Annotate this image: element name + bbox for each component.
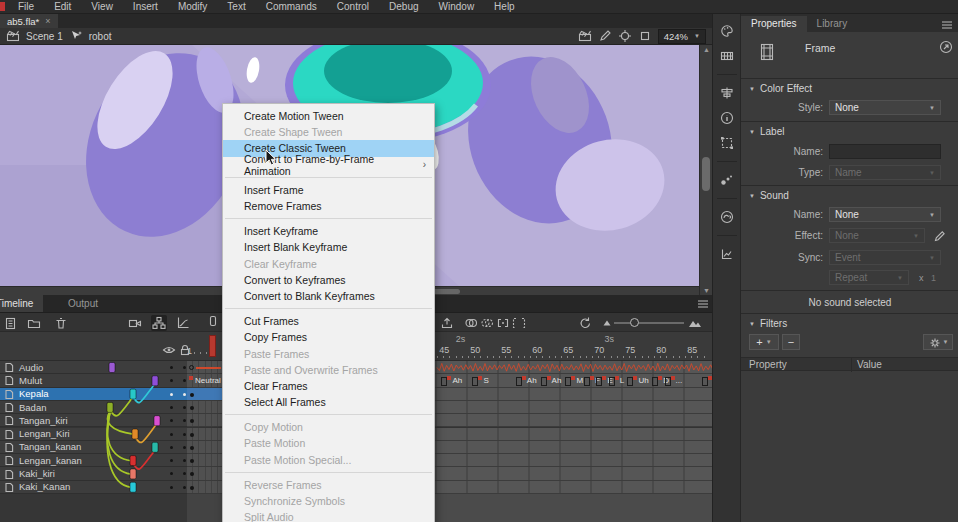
timeline-panel-menu-icon[interactable] [696, 297, 710, 311]
section-label[interactable]: ▼ Label [749, 126, 784, 137]
publish-icon[interactable] [440, 316, 454, 330]
outline-view-icon[interactable] [638, 29, 652, 43]
menu-item-select-all-frames[interactable]: Select All Frames [223, 394, 434, 410]
section-sound[interactable]: ▼ Sound [749, 190, 789, 201]
tab-output[interactable]: Output [58, 295, 108, 312]
menu-commands[interactable]: Commands [256, 0, 327, 14]
zoom-slider-knob[interactable] [630, 318, 639, 327]
add-filter-button[interactable]: +▼ [749, 334, 779, 350]
vertical-scrollbar[interactable]: ▲ ▼ [699, 45, 712, 295]
menu-text[interactable]: Text [217, 0, 255, 14]
layer-parent-marker-badan[interactable] [107, 402, 113, 412]
zoom-level-select[interactable]: 424% ▼ [658, 29, 706, 44]
layer-parent-marker-lengan-kiri[interactable] [132, 429, 138, 439]
layer-parent-marker-mulut[interactable] [152, 376, 158, 386]
creative-cloud-icon[interactable] [720, 210, 734, 224]
layer-parent-marker-tangan-kiri[interactable] [154, 416, 160, 426]
frame1-cell-lengan-kanan[interactable] [187, 454, 222, 467]
frame1-cell-tangan-kanan[interactable] [187, 441, 222, 454]
layer-parent-marker-lengan-kanan[interactable] [130, 456, 136, 466]
remove-filter-button[interactable]: − [782, 334, 800, 350]
menu-item-convert-to-blank-keyframes[interactable]: Convert to Blank Keyframes [223, 288, 434, 304]
menu-item-convert-to-keyframes[interactable]: Convert to Keyframes [223, 272, 434, 288]
onion-skin-icon[interactable] [464, 316, 478, 330]
layer-parent-marker-audio[interactable] [109, 363, 115, 373]
frame1-cell-kaki-kanan[interactable] [187, 481, 222, 494]
menu-file[interactable]: File [8, 0, 44, 14]
menu-control[interactable]: Control [327, 0, 379, 14]
menu-item-insert-frame[interactable]: Insert Frame [223, 182, 434, 198]
new-layer-icon[interactable] [3, 316, 17, 330]
document-tab[interactable]: ab5.fla* × [0, 14, 58, 28]
frame1-cell-kepala[interactable] [187, 388, 222, 401]
edit-symbols-icon[interactable] [598, 29, 612, 43]
breadcrumb-scene[interactable]: Scene 1 [26, 31, 63, 42]
menu-item-remove-frames[interactable]: Remove Frames [223, 198, 434, 214]
delete-icon[interactable] [54, 316, 68, 330]
menu-item-insert-keyframe[interactable]: Insert Keyframe [223, 223, 434, 239]
panel-grid-icon[interactable] [720, 49, 734, 63]
frame1-cell-audio[interactable] [187, 361, 222, 374]
align-icon[interactable] [720, 86, 734, 100]
menu-view[interactable]: View [81, 0, 123, 14]
tab-timeline[interactable]: Timeline [0, 295, 43, 312]
layer-parent-marker-tangan-kanan[interactable] [152, 442, 158, 452]
layer-parent-marker-kaki-kanan[interactable] [130, 482, 136, 492]
menu-insert[interactable]: Insert [123, 0, 168, 14]
menu-item-create-motion-tween[interactable]: Create Motion Tween [223, 108, 434, 124]
scroll-up-icon[interactable]: ▲ [703, 46, 710, 53]
frame1-cell-lengan-kiri[interactable] [187, 428, 222, 441]
tab-library[interactable]: Library [807, 16, 858, 32]
onion-outline-icon[interactable] [480, 316, 494, 330]
edit-multiple-frames-icon[interactable] [496, 316, 510, 330]
playhead[interactable] [209, 335, 216, 357]
palette-icon[interactable] [720, 24, 734, 38]
menu-help[interactable]: Help [484, 0, 525, 14]
scroll-down-icon[interactable]: ▼ [703, 287, 710, 294]
menu-item-cut-frames[interactable]: Cut Frames [223, 313, 434, 329]
filter-options-button[interactable]: ▼ [923, 334, 953, 350]
vscroll-thumb[interactable] [702, 157, 710, 191]
pencil-icon[interactable] [933, 229, 946, 242]
camera-icon[interactable] [128, 316, 142, 330]
particles-icon[interactable] [720, 173, 734, 187]
center-stage-icon[interactable] [618, 29, 632, 43]
edit-scene-icon[interactable] [578, 29, 592, 43]
section-filters[interactable]: ▼ Filters [749, 318, 787, 329]
transform-icon[interactable] [720, 136, 734, 150]
menu-item-convert-to-frame-by-frame-animation[interactable]: Convert to Frame-by-Frame Animation› [223, 157, 434, 173]
tab-properties[interactable]: Properties [741, 16, 807, 32]
timeline-zoom-slider[interactable] [614, 322, 684, 324]
section-color-effect[interactable]: ▼ Color Effect [749, 83, 812, 94]
graph-icon[interactable] [176, 316, 190, 330]
frame1-cell-tangan-kiri[interactable] [187, 414, 222, 427]
zoom-in-icon[interactable] [688, 316, 702, 330]
frame1-cell-kaki-kiri[interactable] [187, 467, 222, 480]
label-name-input[interactable] [829, 144, 941, 159]
chart-icon[interactable] [720, 247, 734, 261]
menu-item-clear-frames[interactable]: Clear Frames [223, 378, 434, 394]
breadcrumb-symbol[interactable]: robot [89, 31, 112, 42]
center-frame-icon[interactable] [600, 316, 614, 330]
parenting-view-icon[interactable] [151, 315, 167, 331]
menu-item-copy-frames[interactable]: Copy Frames [223, 329, 434, 345]
menu-edit[interactable]: Edit [44, 0, 81, 14]
frame1-cell-badan[interactable] [187, 401, 222, 414]
info-icon[interactable] [720, 111, 734, 125]
menu-debug[interactable]: Debug [379, 0, 428, 14]
close-tab-icon[interactable]: × [45, 16, 50, 26]
menu-modify[interactable]: Modify [168, 0, 217, 14]
menu-item-insert-blank-keyframe[interactable]: Insert Blank Keyframe [223, 239, 434, 255]
sound-name-dropdown[interactable]: None ▼ [829, 207, 941, 222]
layer-parent-marker-kepala[interactable] [130, 389, 136, 399]
menu-window[interactable]: Window [429, 0, 485, 14]
marker-range-icon[interactable] [512, 316, 526, 330]
eye-column-icon[interactable] [162, 343, 176, 357]
panel-menu-icon[interactable] [940, 18, 954, 32]
loop-icon[interactable] [578, 316, 592, 330]
frame1-cell-mulut[interactable]: Neutral [187, 374, 222, 387]
new-folder-icon[interactable] [27, 316, 41, 330]
circle-arrow-icon[interactable] [939, 40, 953, 54]
layer-parent-marker-kaki-kiri[interactable] [130, 469, 136, 479]
style-dropdown[interactable]: None ▼ [829, 100, 941, 115]
